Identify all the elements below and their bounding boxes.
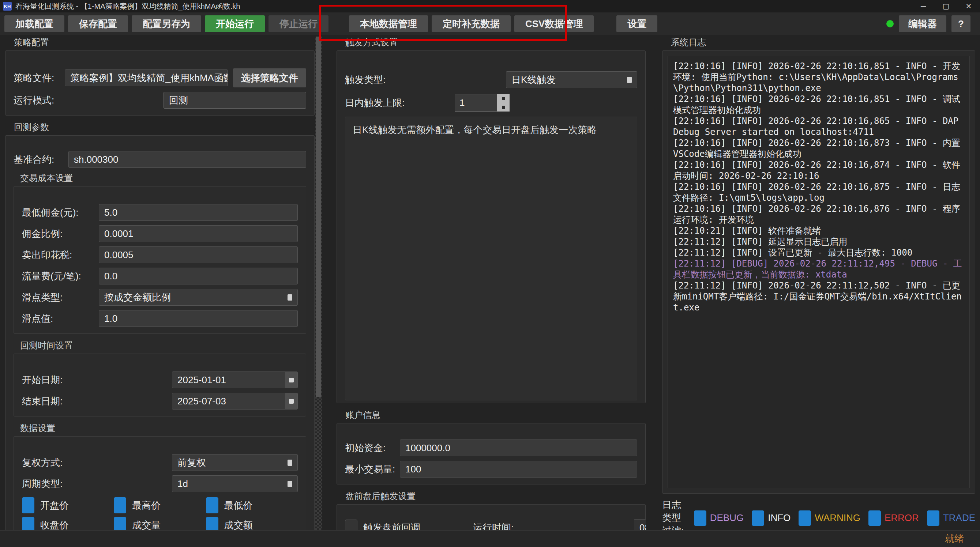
stepper-up-icon[interactable] — [497, 94, 509, 103]
app-window: KH 看海量化回测系统 - 【1-MA策略案例】双均线精简_使用khMA函数.k… — [0, 0, 980, 547]
checkbox[interactable] — [114, 517, 126, 530]
save-as-config-button[interactable]: 配置另存为 — [132, 15, 201, 32]
left-panel-scrollbar[interactable] — [315, 37, 322, 530]
initial-capital-input[interactable]: 1000000.0 — [400, 439, 637, 456]
combo-indicator-icon — [288, 460, 292, 466]
checkbox[interactable] — [752, 510, 764, 526]
form-row: 滑点类型: 按成交金额比例 — [22, 289, 298, 306]
checkbox[interactable] — [114, 497, 126, 514]
field-label: 滑点类型: — [22, 291, 99, 304]
strategy-file-input[interactable]: 策略案例】双均线精简_使用khMA函数.py — [65, 70, 228, 86]
scrollbar-thumb[interactable] — [316, 37, 321, 397]
filter-label: TRADE — [943, 512, 975, 523]
checkbox[interactable] — [22, 517, 34, 530]
field-label: 滑点值: — [22, 312, 99, 325]
settings-button[interactable]: 设置 — [616, 15, 657, 32]
log-filter-option: ERROR — [869, 510, 919, 526]
field-label: 开始日期: — [22, 374, 172, 386]
prepost-rows: 触发盘前回调 运行时间: 08:30:00 ▲ ▼ 触发盘后 — [345, 519, 637, 530]
checkbox[interactable] — [927, 510, 939, 526]
field-input[interactable]: 前复权 — [172, 454, 298, 471]
field-input[interactable]: 1d — [172, 475, 298, 492]
field-label: 卖出印花税: — [22, 249, 99, 261]
min-trade-volume-label: 最小交易量: — [345, 463, 400, 476]
trigger-group-title: 触发方式设置 — [345, 37, 646, 48]
checkbox-label: 开盘价 — [40, 499, 69, 512]
save-config-button[interactable]: 保存配置 — [68, 15, 128, 32]
daily-trigger-limit-stepper[interactable]: 1 — [455, 94, 509, 111]
statusbar: 就绪 — [0, 530, 980, 547]
date-row: 开始日期: 2025-01-01 — [22, 372, 298, 388]
run-mode-label: 运行模式: — [14, 94, 164, 107]
titlebar: KH 看海量化回测系统 - 【1-MA策略案例】双均线精简_使用khMA函数.k… — [0, 0, 980, 13]
checkbox[interactable] — [869, 510, 881, 526]
strategy-config-panel: 策略配置 策略文件: 策略案例】双均线精简_使用khMA函数.py 选择策略文件… — [5, 37, 315, 530]
status-ready-text: 就绪 — [945, 533, 964, 545]
form-row: 流量费(元/笔): 0.0 — [22, 268, 298, 285]
prepost-group-title: 盘前盘后触发设置 — [345, 490, 646, 502]
date-input[interactable]: 2025-01-01 — [172, 372, 298, 388]
checkbox[interactable] — [345, 520, 357, 530]
backtest-params-title: 回测参数 — [14, 121, 315, 133]
checkbox[interactable] — [206, 517, 218, 530]
prepost-group-box: 触发盘前回调 运行时间: 08:30:00 ▲ ▼ 触发盘后 — [337, 504, 646, 530]
log-line: [22:10:16] [INFO] 2026-02-26 22:10:16,85… — [673, 94, 964, 116]
data-field-checkbox-grid: 开盘价 最高价 最低价 — [22, 497, 298, 530]
trigger-type-combo[interactable]: 日K线触发 — [506, 71, 637, 88]
combo-indicator-icon — [288, 481, 292, 487]
system-log-box: [22:10:16] [INFO] 2026-02-26 22:10:16,85… — [662, 51, 975, 494]
benchmark-input[interactable]: sh.000300 — [68, 151, 306, 168]
load-config-button[interactable]: 加载配置 — [5, 15, 64, 32]
field-label: 最低佣金(元): — [22, 206, 99, 219]
field-input[interactable]: 0.0 — [99, 268, 298, 285]
date-input[interactable]: 2025-07-03 — [172, 393, 298, 410]
log-filter-option: WARNING — [799, 510, 861, 526]
timed-data-fill-button[interactable]: 定时补充数据 — [432, 15, 511, 32]
field-input[interactable]: 1.0 — [99, 310, 298, 327]
backtest-params-box: 基准合约: sh.000300 交易成本设置 最低佣金(元): 5.0 — [5, 135, 315, 530]
checkbox[interactable] — [694, 510, 706, 526]
checkbox[interactable] — [799, 510, 811, 526]
start-run-button[interactable]: 开始运行 — [205, 15, 265, 32]
min-trade-volume-input[interactable]: 100 — [400, 461, 637, 477]
minimize-icon[interactable]: ─ — [912, 0, 935, 13]
combo-indicator-icon — [288, 294, 292, 301]
log-line: [22:11:12] [DEBUG] 2026-02-26 22:11:12,4… — [673, 258, 964, 280]
checkbox[interactable] — [206, 497, 218, 514]
log-line: [22:10:16] [INFO] 2026-02-26 22:10:16,87… — [673, 137, 964, 159]
run-mode-input[interactable]: 回测 — [164, 92, 306, 108]
csv-data-manage-button[interactable]: CSV数据管理 — [514, 15, 594, 32]
field-input[interactable]: 0.0001 — [99, 225, 298, 242]
field-input[interactable]: 按成交金额比例 — [99, 289, 298, 306]
data-group-title: 数据设置 — [20, 422, 306, 434]
log-line: [22:10:16] [INFO] 2026-02-26 22:10:16,86… — [673, 116, 964, 137]
editor-button[interactable]: 编辑器 — [899, 15, 947, 32]
checkbox[interactable] — [22, 497, 34, 514]
cost-rows: 最低佣金(元): 5.0 佣金比例: 0.0001 — [22, 204, 298, 327]
data-field-option: 开盘价 — [22, 497, 114, 514]
stepper-down-icon[interactable] — [497, 103, 509, 111]
choose-strategy-file-button[interactable]: 选择策略文件 — [233, 68, 306, 87]
calendar-dropdown-icon[interactable] — [285, 393, 298, 409]
maximize-icon[interactable]: ▢ — [935, 0, 957, 13]
close-icon[interactable]: ✕ — [957, 0, 980, 13]
field-input[interactable]: 5.0 — [99, 204, 298, 221]
calendar-dropdown-icon[interactable] — [285, 372, 298, 388]
strategy-config-title: 策略配置 — [14, 37, 315, 48]
account-group-box: 初始资金: 1000000.0 最小交易量: 100 — [337, 423, 646, 485]
status-dot-icon — [886, 20, 894, 27]
stepper-buttons[interactable] — [497, 94, 509, 111]
local-data-manage-button[interactable]: 本地数据管理 — [349, 15, 428, 32]
log-output[interactable]: [22:10:16] [INFO] 2026-02-26 22:10:16,85… — [668, 56, 970, 488]
window-controls: ─ ▢ ✕ — [912, 0, 980, 13]
date-row: 结束日期: 2025-07-03 — [22, 393, 298, 410]
time-group-box: 开始日期: 2025-01-01 结束日期: 2025-07-03 — [14, 354, 306, 417]
run-time-input[interactable]: 08:30:00 ▲ ▼ — [634, 519, 646, 530]
field-input[interactable]: 0.0005 — [99, 246, 298, 263]
form-row: 最低佣金(元): 5.0 — [22, 204, 298, 221]
app-icon: KH — [3, 2, 12, 11]
stop-run-button[interactable]: 停止运行 — [269, 15, 328, 32]
strategy-config-box: 策略文件: 策略案例】双均线精简_使用khMA函数.py 选择策略文件 运行模式… — [5, 51, 315, 116]
log-line: [22:10:16] [INFO] 2026-02-26 22:10:16,87… — [673, 203, 964, 225]
help-button[interactable]: ? — [951, 15, 970, 32]
